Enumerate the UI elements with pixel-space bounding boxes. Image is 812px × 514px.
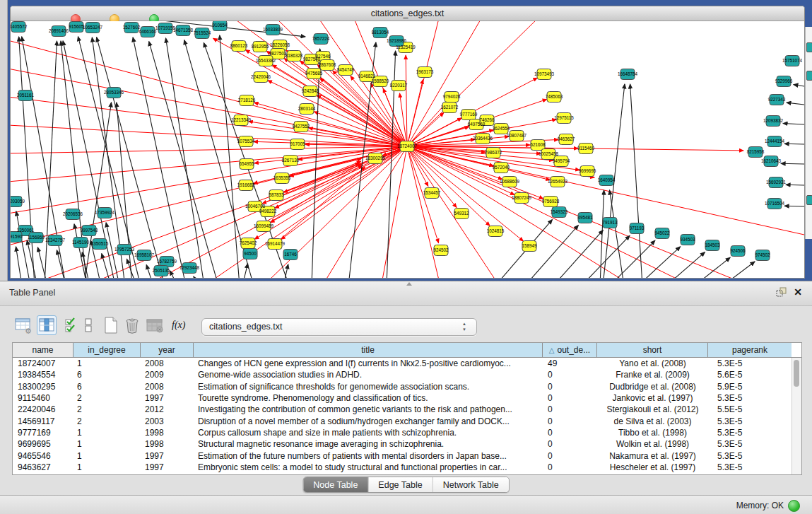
clipped-node <box>806 195 812 205</box>
citation-edge-selected[interactable] <box>266 51 407 146</box>
select-all-icon[interactable] <box>64 316 78 334</box>
citation-edge[interactable] <box>57 250 66 278</box>
graph-node-label: 10025458 <box>539 151 559 156</box>
graph-node-label: 10716504 <box>765 201 785 206</box>
citation-edge[interactable] <box>194 276 200 278</box>
citation-edge[interactable] <box>695 257 730 278</box>
function-builder-icon[interactable]: f(x) <box>172 316 185 334</box>
table-row[interactable]: 911546021997Tourette syndrome. Phenomeno… <box>13 392 801 404</box>
graph-node-label: 9475685 <box>305 71 323 76</box>
graph-node-label: 1534457 <box>423 190 441 195</box>
node-table: namein_degreeyeartitle△out_de...shortpag… <box>12 342 802 475</box>
graph-node-label: 495481 <box>577 215 593 220</box>
table-row[interactable]: 2242004622012Investigating the contribut… <box>13 404 801 415</box>
network-canvas[interactable]: 1872400718300295886012389129551822605898… <box>11 21 804 278</box>
citation-edge-selected[interactable] <box>407 146 679 278</box>
citation-edge[interactable] <box>794 85 804 86</box>
graph-node-label: 9572040 <box>493 165 510 170</box>
citation-edge[interactable] <box>784 144 804 144</box>
scrollbar-thumb[interactable] <box>794 360 799 387</box>
citation-edge-selected[interactable] <box>11 146 407 153</box>
graph-node-label: 12213349 <box>231 117 252 122</box>
column-header-pagerank[interactable]: pagerank <box>708 343 792 357</box>
citation-edge[interactable] <box>242 264 248 278</box>
memory-ok-indicator-icon[interactable] <box>788 500 800 512</box>
table-selector-dropdown[interactable]: citations_edges.txt ▲▼ <box>201 318 477 336</box>
citation-edge[interactable] <box>133 37 186 278</box>
cell-title: Structural magnetic resonance image aver… <box>194 439 543 449</box>
citation-edge[interactable] <box>312 49 320 278</box>
column-header-in_degree[interactable]: in_degree <box>73 343 141 357</box>
citation-edge[interactable] <box>610 240 655 278</box>
citation-edge[interactable] <box>784 206 804 206</box>
graph-node-label: 15692931 <box>766 180 787 185</box>
svg-text:⚙: ⚙ <box>25 327 32 334</box>
graph-node-label: 16033809 <box>263 27 283 32</box>
tab-edge-table[interactable]: Edge Table <box>368 477 433 492</box>
graph-node-label: 12093832 <box>763 118 784 123</box>
citation-edge-selected[interactable] <box>11 146 407 182</box>
clear-selection-icon[interactable] <box>84 316 93 334</box>
table-row[interactable]: 1872400712008Changes of HCN gene express… <box>13 358 801 369</box>
cell-name: 9777169 <box>13 428 73 438</box>
citation-edge-selected[interactable] <box>11 97 407 146</box>
graph-node-label: 8860123 <box>230 43 248 48</box>
citation-edge[interactable] <box>102 254 111 278</box>
graph-node-label: 10688609 <box>500 179 520 184</box>
column-header-name[interactable]: name <box>13 343 73 357</box>
table-row[interactable]: 977716911998Corpus callosum shape and si… <box>13 427 801 438</box>
citation-edge-selected[interactable] <box>407 80 423 146</box>
citation-edge[interactable] <box>16 247 22 278</box>
citation-edge[interactable] <box>781 163 804 164</box>
citation-edge[interactable] <box>786 185 804 185</box>
citation-edge[interactable] <box>783 123 804 124</box>
table-mode-tabs: Node TableEdge TableNetwork Table <box>302 477 509 493</box>
column-header-title[interactable]: title <box>194 343 543 357</box>
graph-node-label: 974502 <box>755 252 770 257</box>
table-vertical-scrollbar[interactable] <box>792 358 801 474</box>
citation-network-graph[interactable]: 1872400718300295886012389129551822605898… <box>11 21 804 278</box>
select-column-icon[interactable] <box>37 315 57 335</box>
citation-edge-selected[interactable] <box>11 146 407 214</box>
graph-node-label: 1350061 <box>17 228 35 233</box>
graph-node-label: 934503 <box>680 237 695 242</box>
table-row[interactable]: 1830029562008Estimation of significance … <box>13 381 801 392</box>
tab-network-table[interactable]: Network Table <box>433 477 509 492</box>
graph-node-label: 2051161 <box>17 93 35 98</box>
citation-edge[interactable] <box>84 103 112 278</box>
desktop-gutter <box>0 0 8 281</box>
graph-node-label: 11325419 <box>396 45 416 49</box>
citation-edge-selected[interactable] <box>406 55 407 146</box>
new-file-icon[interactable] <box>102 316 119 334</box>
citation-edge[interactable] <box>630 84 642 278</box>
table-row[interactable]: 1938455462009Genome-wide association stu… <box>13 369 801 380</box>
graph-node-label: 16543382 <box>256 58 276 63</box>
float-window-icon[interactable] <box>776 287 787 297</box>
table-row[interactable]: 969969511998Structural magnetic resonanc… <box>13 438 801 450</box>
cell-short: Stergiakouli et al. (2012) <box>597 404 708 414</box>
column-header-short[interactable]: short <box>597 343 708 357</box>
table-row[interactable]: 1456911722003Disruption of a novel membe… <box>13 415 801 426</box>
delete-trash-icon[interactable] <box>123 316 141 334</box>
citation-edge[interactable] <box>220 35 240 278</box>
citation-edge[interactable] <box>166 38 204 278</box>
table-row[interactable]: 946362711997Embryonic stem cells: a mode… <box>13 462 801 473</box>
table-row[interactable]: 946554611997Estimation of the future num… <box>13 450 801 461</box>
table-settings-icon[interactable]: ⚙ <box>14 316 33 334</box>
graph-node-label: 17359924 <box>95 210 115 215</box>
cell-short: Dudbridge et al. (2008) <box>597 382 708 392</box>
citation-edge-selected[interactable] <box>156 146 407 278</box>
graph-node-label: 9329966 <box>775 78 793 83</box>
network-window: citations_edges.txt 18724007183002958860… <box>10 6 805 279</box>
splitter-handle-icon[interactable] <box>406 282 412 286</box>
network-window-titlebar[interactable]: citations_edges.txt <box>11 6 804 21</box>
column-header-year[interactable]: year <box>141 343 194 357</box>
citation-edge-selected[interactable] <box>11 69 407 146</box>
tab-node-table[interactable]: Node Table <box>303 477 368 492</box>
cell-title: Disruption of a novel member of a sodium… <box>194 416 543 426</box>
close-panel-icon[interactable]: ✕ <box>794 287 802 297</box>
citation-edge[interactable] <box>787 103 804 105</box>
column-header-out_de[interactable]: △out_de... <box>543 343 597 357</box>
status-bar: Memory: OK <box>0 495 812 514</box>
citation-edge[interactable] <box>723 262 755 278</box>
